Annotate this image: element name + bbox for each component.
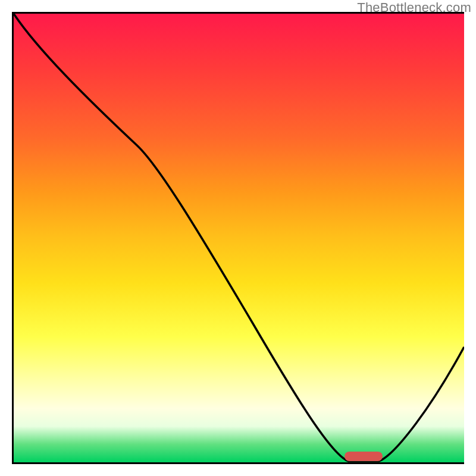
plot-area xyxy=(12,12,464,464)
curve-path xyxy=(14,14,464,461)
bottleneck-curve xyxy=(14,14,464,462)
watermark-text: TheBottleneck.com xyxy=(357,0,471,15)
optimal-marker xyxy=(345,452,383,461)
chart-container: TheBottleneck.com xyxy=(0,0,476,476)
